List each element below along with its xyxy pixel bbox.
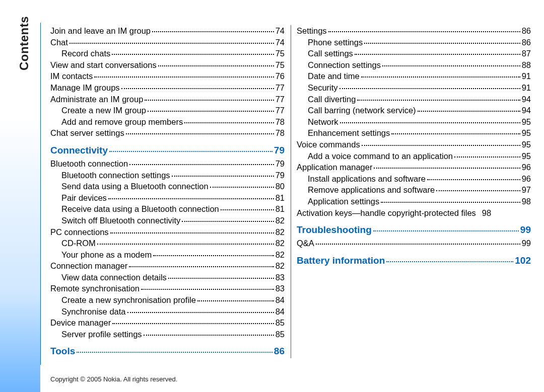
toc-entry[interactable]: Date and time91 (297, 70, 531, 82)
toc-entry[interactable]: PC connections82 (50, 226, 285, 238)
toc-entry[interactable]: Call barring (network service)94 (297, 105, 531, 116)
dot-leader (145, 100, 274, 101)
toc-entry-label: Tools (50, 345, 75, 358)
toc-entry-page: 96 (522, 162, 531, 173)
dot-leader (210, 187, 274, 188)
toc-entry[interactable]: Synchronise data84 (50, 306, 285, 318)
toc-entry[interactable]: View data connection details83 (50, 272, 285, 283)
toc-entry-label: Call barring (network service) (308, 105, 416, 116)
toc-entry-page: 74 (276, 37, 285, 48)
section-label: Contents (17, 16, 31, 70)
toc-entry[interactable]: Connection manager82 (50, 260, 285, 272)
toc-entry-label: Remote synchronisation (50, 283, 140, 294)
dot-leader (381, 202, 520, 203)
toc-entry[interactable]: Pair devices81 (50, 192, 285, 204)
toc-entry-page: 80 (276, 181, 285, 192)
toc-entry[interactable]: Device manager85 (50, 317, 285, 329)
dot-leader (168, 278, 274, 279)
toc-entry[interactable]: Remote synchronisation83 (50, 283, 285, 294)
toc-entry[interactable]: Connection settings88 (297, 59, 531, 71)
toc-entry-label: Synchronise data (61, 306, 126, 318)
toc-entry-label: Send data using a Bluetooth connection (61, 181, 209, 192)
toc-entry[interactable]: Call diverting94 (297, 94, 531, 105)
toc-entry[interactable]: Network95 (297, 116, 531, 128)
toc-entry-page: 82 (276, 249, 285, 261)
dot-leader (436, 190, 520, 191)
dot-leader (109, 151, 273, 152)
toc-entry-label: Q&A (297, 238, 314, 249)
toc-entry[interactable]: Receive data using a Bluetooth connectio… (50, 203, 285, 215)
dot-leader (373, 230, 519, 231)
toc-entry[interactable]: Create a new IM group77 (50, 105, 285, 116)
toc-entry[interactable]: Join and leave an IM group74 (50, 25, 285, 37)
toc-entry-page: 82 (276, 238, 285, 249)
toc-entry-label: Administrate an IM group (50, 94, 143, 105)
toc-entry-page: 83 (276, 272, 285, 283)
toc-entry[interactable]: Settings86 (297, 25, 531, 37)
toc-entry[interactable]: Enhancement settings95 (297, 127, 531, 139)
toc-chapter[interactable]: Battery information102 (297, 254, 531, 267)
toc-entry[interactable]: Bluetooth connection79 (50, 158, 285, 170)
toc-entry-label: Application manager (297, 162, 372, 173)
toc-entry[interactable]: Chat74 (50, 37, 285, 48)
dot-leader (339, 88, 520, 89)
toc-entry[interactable]: Voice commands95 (297, 139, 531, 150)
toc-entry[interactable]: Add a voice command to an application95 (297, 150, 531, 162)
toc-entry-page: 85 (276, 329, 285, 340)
dot-leader (148, 111, 274, 112)
toc-entry-label: Troubleshooting (297, 223, 372, 237)
toc-entry-label: Connection settings (308, 59, 381, 71)
toc-entry-label: Receive data using a Bluetooth connectio… (61, 203, 219, 215)
toc-entry-page: 74 (276, 25, 285, 37)
toc-entry-page: 83 (276, 283, 285, 294)
toc-entry[interactable]: CD-ROM82 (50, 238, 285, 249)
toc-entry-page: 95 (522, 116, 531, 128)
dot-leader (418, 111, 520, 112)
toc-entry[interactable]: Phone settings86 (297, 37, 531, 48)
toc-entry[interactable]: Server profile settings85 (50, 329, 285, 340)
toc-entry-page: 79 (276, 170, 285, 181)
toc-entry[interactable]: Chat server settings78 (50, 127, 285, 139)
toc-entry[interactable]: Q&A99 (297, 238, 531, 249)
toc-entry[interactable]: Send data using a Bluetooth connection80 (50, 181, 285, 192)
dot-leader (184, 122, 274, 123)
toc-chapter[interactable]: Troubleshooting99 (297, 223, 531, 237)
toc-entry-label: Security (308, 82, 338, 94)
dot-leader (328, 31, 520, 32)
toc-entry-page: 84 (276, 294, 285, 306)
toc-entry[interactable]: Add and remove group members78 (50, 116, 285, 128)
toc-entry[interactable]: Security91 (297, 82, 531, 94)
dot-leader (70, 43, 274, 44)
toc-entry[interactable]: Switch off Bluetooth connectivity82 (50, 215, 285, 226)
toc-chapter[interactable]: Connectivity79 (50, 144, 285, 157)
toc-entry[interactable]: Administrate an IM group77 (50, 94, 285, 105)
toc-entry[interactable]: Call settings87 (297, 48, 531, 59)
toc-entry[interactable]: Your phone as a modem82 (50, 249, 285, 261)
dot-leader (141, 289, 274, 290)
toc-entry[interactable]: Bluetooth connection settings79 (50, 170, 285, 181)
toc-entry[interactable]: View and start conversations75 (50, 59, 285, 71)
toc-entry-page: 77 (276, 94, 285, 105)
toc-entry-page: 82 (276, 260, 285, 272)
toc-entry[interactable]: Activation keys—handle copyright-protect… (297, 207, 531, 219)
toc-entry-page: 76 (276, 70, 285, 82)
toc-entry-label: PC connections (50, 226, 109, 238)
toc-chapter[interactable]: Tools86 (50, 345, 285, 358)
toc-entry-page: 88 (522, 59, 531, 71)
toc-entry-label: Call settings (308, 48, 353, 59)
toc-entry-label: Date and time (308, 70, 360, 82)
dot-leader (374, 168, 520, 169)
toc-entry[interactable]: Application manager96 (297, 162, 531, 173)
toc-entry-page: 98 (522, 196, 531, 207)
toc-entry[interactable]: Manage IM groups77 (50, 82, 285, 94)
toc-entry-label: Create a new IM group (61, 105, 146, 116)
toc-entry[interactable]: Create a new synchronisation profile84 (50, 294, 285, 306)
dot-leader (144, 335, 274, 336)
toc-entry[interactable]: Record chats75 (50, 48, 285, 59)
toc-entry[interactable]: Install applications and software96 (297, 173, 531, 185)
toc-entry[interactable]: Application settings98 (297, 196, 531, 207)
toc-entry[interactable]: Remove applications and software97 (297, 184, 531, 196)
toc-entry[interactable]: IM contacts76 (50, 70, 285, 82)
toc-entry-label: Network (308, 116, 338, 128)
dot-leader (129, 164, 274, 165)
